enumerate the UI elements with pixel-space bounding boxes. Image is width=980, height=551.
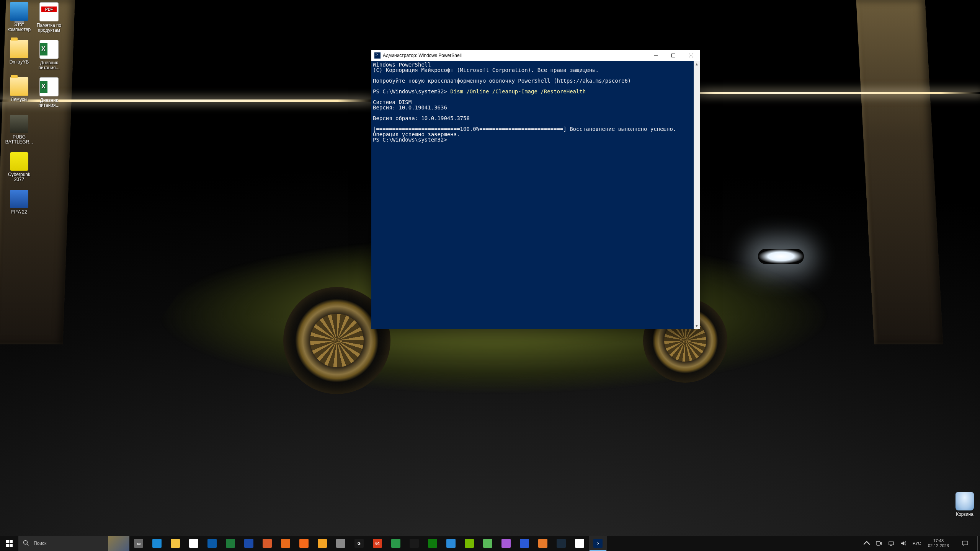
taskbar-app-app-green[interactable] bbox=[387, 536, 405, 551]
desktop-icon-this-pc[interactable]: Этот компьютер bbox=[5, 2, 34, 32]
excel-icon bbox=[39, 77, 59, 96]
opera-gx-icon: G bbox=[354, 539, 364, 548]
svg-rect-2 bbox=[10, 540, 13, 543]
minimize-button[interactable] bbox=[647, 50, 665, 61]
scroll-up-icon[interactable]: ▲ bbox=[694, 61, 700, 67]
action-center-button[interactable] bbox=[953, 536, 977, 551]
taskbar-app-app-grey1[interactable] bbox=[332, 536, 350, 551]
icon-label: Лемусы bbox=[5, 97, 34, 102]
show-desktop-button[interactable] bbox=[977, 536, 980, 551]
taskbar-app-media-player[interactable] bbox=[313, 536, 332, 551]
desktop-icon-pdf-memo[interactable]: Памятка по продуктам bbox=[34, 2, 64, 33]
app-green2-icon bbox=[483, 539, 492, 548]
desktop-icon-excel-diary2[interactable]: Дневник питания... bbox=[34, 77, 64, 108]
desktop-icon-game-fifa[interactable]: FIFA 22 bbox=[5, 190, 34, 215]
volume-icon[interactable] bbox=[897, 536, 910, 551]
svg-rect-1 bbox=[6, 540, 9, 543]
icon-label: Корзина bbox=[950, 512, 979, 517]
steam-icon bbox=[557, 539, 566, 548]
pdf-icon bbox=[39, 2, 59, 21]
taskbar-app-origin[interactable] bbox=[295, 536, 313, 551]
pc-icon bbox=[10, 2, 28, 21]
aida64-icon: 64 bbox=[373, 539, 382, 548]
taskbar-app-excel[interactable] bbox=[221, 536, 240, 551]
taskbar-app-app-blue2[interactable] bbox=[515, 536, 534, 551]
icon-label: Дневник питания... bbox=[34, 98, 64, 108]
svg-rect-6 bbox=[876, 541, 880, 545]
powershell-window: Администратор: Windows PowerShell Window… bbox=[371, 50, 700, 329]
file-explorer-icon bbox=[171, 539, 180, 548]
taskbar-app-nvidia[interactable] bbox=[460, 536, 479, 551]
taskbar-app-mail[interactable] bbox=[203, 536, 221, 551]
pubg-icon bbox=[10, 115, 28, 133]
taskbar-app-app-purple[interactable] bbox=[497, 536, 515, 551]
windows-icon bbox=[6, 540, 13, 547]
desktop-icon-game-cyberpunk[interactable]: Cyberpunk 2077 bbox=[5, 152, 34, 182]
taskbar-app-app-dark[interactable] bbox=[405, 536, 423, 551]
svg-rect-3 bbox=[6, 544, 9, 547]
icon-label: Дневник питания... bbox=[34, 60, 64, 70]
search-icon bbox=[18, 540, 34, 547]
word-icon bbox=[244, 539, 253, 548]
search-highlight-image bbox=[108, 536, 129, 551]
desktop-icon-game-pubg[interactable]: PUBG BATTLEGR... bbox=[5, 115, 34, 145]
taskbar-app-app-blue1[interactable] bbox=[442, 536, 460, 551]
taskbar-app-ms-store[interactable]: 🛍 bbox=[185, 536, 203, 551]
start-button[interactable] bbox=[0, 536, 18, 551]
svg-rect-4 bbox=[10, 544, 13, 547]
media-player-icon bbox=[318, 539, 327, 548]
app-blue2-icon bbox=[520, 539, 529, 548]
tray-overflow-button[interactable] bbox=[861, 536, 873, 551]
scrollbar[interactable]: ▲ ▼ bbox=[694, 61, 700, 329]
fifa-icon bbox=[10, 190, 28, 208]
taskbar-app-word[interactable] bbox=[240, 536, 258, 551]
cp-icon bbox=[10, 152, 28, 171]
icon-label: FIFA 22 bbox=[5, 210, 34, 215]
icon-label: DmitryYB bbox=[5, 60, 34, 65]
clock-time: 17:48 bbox=[933, 538, 944, 543]
icon-label: Этот компьютер bbox=[5, 22, 34, 32]
taskbar: Поиск ▭🛍G64◉> РУС 17:48 02.12.2023 bbox=[0, 536, 980, 551]
taskbar-app-opera-gx[interactable]: G bbox=[350, 536, 368, 551]
chrome-icon: ◉ bbox=[575, 539, 584, 548]
svg-rect-8 bbox=[962, 541, 968, 545]
edge-icon bbox=[152, 539, 162, 548]
taskbar-app-file-explorer[interactable] bbox=[166, 536, 185, 551]
nvidia-icon bbox=[465, 539, 474, 548]
svg-rect-7 bbox=[889, 542, 893, 545]
scroll-down-icon[interactable]: ▼ bbox=[694, 323, 700, 329]
taskbar-app-powershell[interactable]: > bbox=[589, 536, 607, 551]
taskbar-app-edge[interactable] bbox=[148, 536, 166, 551]
terminal-output[interactable]: Windows PowerShell (C) Корпорация Майкро… bbox=[371, 61, 694, 329]
folder-icon bbox=[10, 40, 28, 58]
desktop-icon-folder-lemoy[interactable]: Лемусы bbox=[5, 77, 34, 102]
taskbar-app-chrome[interactable]: ◉ bbox=[570, 536, 589, 551]
desktop-icon-excel-diary1[interactable]: Дневник питания... bbox=[34, 40, 64, 70]
close-button[interactable] bbox=[682, 50, 700, 61]
firefox-icon bbox=[281, 539, 290, 548]
taskbar-app-aida64[interactable]: 64 bbox=[368, 536, 387, 551]
app-orange-icon bbox=[538, 539, 547, 548]
taskbar-app-app-orange[interactable] bbox=[534, 536, 552, 551]
taskbar-app-steam[interactable] bbox=[552, 536, 570, 551]
maximize-button[interactable] bbox=[665, 50, 682, 61]
search-box[interactable]: Поиск bbox=[18, 536, 129, 551]
taskbar-app-xbox[interactable] bbox=[423, 536, 442, 551]
taskbar-app-task-view[interactable]: ▭ bbox=[129, 536, 148, 551]
clock-date: 02.12.2023 bbox=[928, 543, 949, 548]
taskbar-app-app-multi[interactable] bbox=[258, 536, 276, 551]
desktop-icon-recycle-bin[interactable]: Корзина bbox=[950, 492, 979, 517]
window-titlebar[interactable]: Администратор: Windows PowerShell bbox=[371, 50, 700, 61]
app-multi-icon bbox=[263, 539, 272, 548]
taskbar-app-firefox[interactable] bbox=[276, 536, 295, 551]
svg-rect-0 bbox=[672, 54, 675, 57]
meet-now-icon[interactable] bbox=[873, 536, 885, 551]
taskbar-app-app-green2[interactable] bbox=[479, 536, 497, 551]
excel-icon bbox=[226, 539, 235, 548]
bin-icon bbox=[956, 492, 974, 510]
desktop-icon-folder-dmitry[interactable]: DmitryYB bbox=[5, 40, 34, 65]
network-icon[interactable] bbox=[885, 536, 897, 551]
app-dark-icon bbox=[410, 539, 419, 548]
clock[interactable]: 17:48 02.12.2023 bbox=[924, 536, 953, 551]
language-indicator[interactable]: РУС bbox=[910, 536, 924, 551]
